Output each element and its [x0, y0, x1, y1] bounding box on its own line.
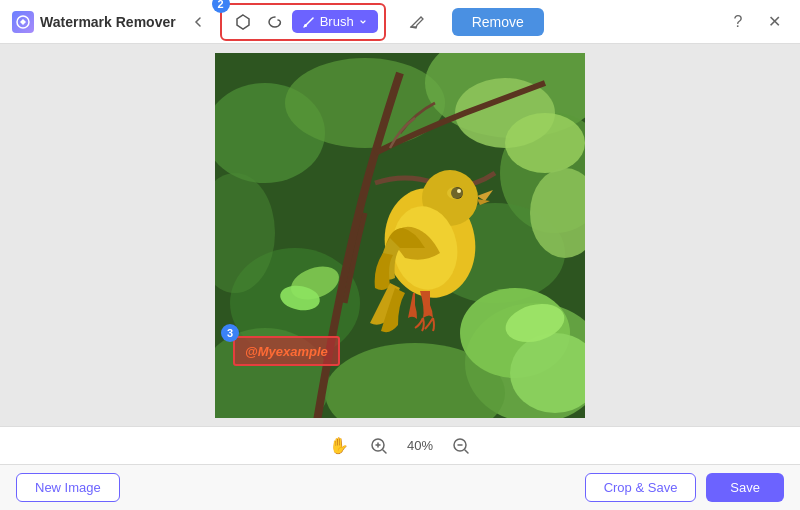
svg-point-15	[505, 113, 585, 173]
zoom-in-button[interactable]	[367, 434, 391, 458]
image-container: 3 @Myexample	[215, 53, 585, 418]
footer: New Image Crop & Save Save	[0, 464, 800, 510]
erase-button[interactable]	[402, 8, 432, 36]
zoom-out-button[interactable]	[449, 434, 473, 458]
help-icon: ?	[734, 13, 743, 31]
watermark-text: @Myexample	[245, 344, 328, 359]
svg-point-27	[447, 187, 463, 199]
footer-right: Crop & Save Save	[585, 473, 784, 502]
help-button[interactable]: ?	[724, 8, 752, 36]
crop-save-button[interactable]: Crop & Save	[585, 473, 697, 502]
title-bar: Watermark Remover 2	[0, 0, 800, 44]
brush-label: Brush	[320, 14, 354, 29]
bottom-toolbar: ✋ 40%	[0, 426, 800, 464]
save-button[interactable]: Save	[706, 473, 784, 502]
watermark-selection-box[interactable]: @Myexample	[233, 336, 340, 366]
polygon-select-button[interactable]	[228, 8, 258, 36]
close-button[interactable]: ✕	[760, 8, 788, 36]
back-button[interactable]	[184, 8, 212, 36]
step2-badge: 2	[212, 0, 230, 13]
step3-badge: 3	[221, 324, 239, 342]
main-canvas-area[interactable]: 3 @Myexample	[0, 44, 800, 426]
title-bar-left: Watermark Remover 2	[12, 3, 544, 41]
watermark-container: 3 @Myexample	[233, 336, 340, 366]
brush-button[interactable]: Brush	[292, 10, 378, 33]
title-bar-right: ? ✕	[724, 8, 788, 36]
zoom-level: 40%	[407, 438, 433, 453]
app-logo-icon	[12, 11, 34, 33]
app-logo: Watermark Remover	[12, 11, 176, 33]
close-icon: ✕	[768, 12, 781, 31]
lasso-select-button[interactable]	[260, 8, 290, 36]
tool-group: 2 Brush	[220, 3, 386, 41]
new-image-button[interactable]: New Image	[16, 473, 120, 502]
remove-button[interactable]: Remove	[452, 8, 544, 36]
svg-point-1	[304, 24, 307, 27]
app-title: Watermark Remover	[40, 14, 176, 30]
hand-icon: ✋	[329, 436, 349, 455]
pan-hand-button[interactable]: ✋	[327, 434, 351, 458]
